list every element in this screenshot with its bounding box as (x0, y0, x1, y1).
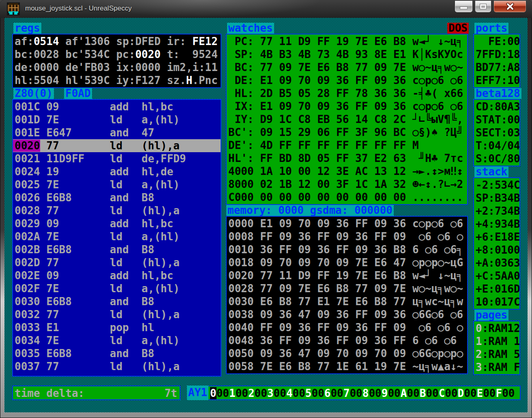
ay-register-value[interactable]: 00 (236, 387, 248, 399)
ay-register-index[interactable]: B (420, 387, 426, 399)
hex-row[interactable]: 0038 09 36 47 09 36 FF 09 36 ○6G○6 ○6 (227, 308, 467, 321)
ay-register-index[interactable]: 3 (267, 387, 274, 399)
maximize-button[interactable] (475, 1, 491, 13)
hex-row[interactable]: 7FFD:18 (474, 48, 519, 61)
hex-row[interactable]: +6:E18E (474, 231, 519, 243)
ay-register-index[interactable]: 6 (324, 387, 331, 399)
disasm-row[interactable]: 002E 09 add hl,bc (13, 269, 221, 282)
hex-row[interactable]: +E:016D (474, 282, 519, 295)
minimize-button[interactable] (455, 1, 473, 13)
regs-row[interactable]: af:0514 af'1306 sp:DFED ir: FE12 (13, 35, 221, 48)
hex-row[interactable]: 0010 36 FF 09 36 FF 09 36 B8 6 ○6 ○6╕ (227, 243, 467, 256)
disasm-row[interactable]: 001C 09 add hl,bc (13, 100, 221, 113)
disasm-row[interactable]: 0025 7E ld a,(hl) (13, 178, 221, 191)
ay-register-value[interactable]: 00 (445, 387, 457, 399)
disasm-row[interactable]: 0032 77 ld (hl),a (13, 308, 221, 321)
hex-row[interactable]: +8:0100 (474, 243, 519, 256)
ay-register-index[interactable]: 1 (229, 387, 236, 399)
hex-row[interactable]: DE': 4D FF FF FF FF FF FF FF M (227, 139, 467, 152)
disasm-row[interactable]: 0024 19 add hl,de (13, 165, 221, 178)
hex-row[interactable]: SP:B34B (474, 192, 519, 205)
ay-register-value[interactable]: 00 (350, 387, 362, 399)
ay-register-index[interactable]: 5 (305, 387, 312, 399)
regs-panel[interactable]: af:0514 af'1306 sp:DFED ir: FE12bc:0028 … (12, 34, 221, 88)
hex-row[interactable]: HL': FF BD 8D 05 FF 37 E2 63 ╜Н♣ 7тс (227, 152, 467, 165)
hex-row[interactable]: 0058 7E E6 B8 77 1E 61 19 7E ~ц╕w▲a↓~ (227, 360, 467, 373)
hex-row[interactable]: IY: D9 1C C8 EB 56 14 C8 2C ┘∟╚ыV¶╚, (227, 113, 467, 126)
hex-row[interactable]: 0008 FF 09 36 FF 09 36 FF 09 ○6 ○6 ○ (227, 230, 467, 243)
hex-row[interactable]: 0050 09 36 47 09 70 09 70 09 ○6G○p○p○ (227, 347, 467, 360)
disasm-row[interactable]: 0026 E6B8 and B8 (13, 191, 221, 204)
ay-register-index[interactable]: 0 (210, 387, 217, 399)
disasm-row[interactable]: 002F 7E ld a,(hl) (13, 282, 221, 295)
close-button[interactable] (493, 1, 526, 13)
hex-row[interactable]: S:0C/80 (474, 152, 519, 165)
regs-row[interactable]: de:0000 de'FB03 ix:0000 im2,i:11 (13, 61, 221, 74)
ay-register-value[interactable]: 00 (274, 387, 286, 399)
disasm-row[interactable]: 0029 09 add hl,bc (13, 217, 221, 230)
page-row[interactable]: 1:RAM 1 (474, 335, 519, 348)
hex-row[interactable]: EFF7:10 (474, 74, 519, 87)
ay-register-index[interactable]: D (458, 387, 464, 399)
ay-register-value[interactable]: 00 (464, 387, 476, 399)
hex-row[interactable]: 0000 E1 09 70 09 36 FF 09 36 с○p○6 ○6 (227, 217, 467, 230)
hex-row[interactable]: CD:80A3 (474, 100, 519, 113)
disasm-row[interactable]: 0034 7E ld a,(hl) (13, 334, 221, 347)
hex-row[interactable]: PC: 77 11 D9 FF 19 7E E6 B8 w◄┘ ↓~ц╕ (227, 35, 467, 48)
hex-row[interactable]: SP: 4B B3 4B 73 4B 93 8E E1 K│KsКУОс (227, 48, 467, 61)
ay-register-index[interactable]: 7 (343, 387, 350, 399)
ay-register-index[interactable]: A (401, 387, 407, 399)
disasm-row[interactable]: 0021 11D9FF ld de,FFD9 (13, 152, 221, 165)
hex-row[interactable]: 8000 02 1B 12 00 3F 1C 1A 32 ☻←↕.?∟→2 (227, 178, 467, 191)
titlebar[interactable]: mouse_joystick.scl - UnrealSpeccy (0, 0, 532, 18)
ay-register-index[interactable]: 8 (363, 387, 369, 399)
disasm-row[interactable]: 0037 77 ld (hl),a (13, 360, 221, 373)
disasm-row[interactable]: 002A 7E ld a,(hl) (13, 230, 221, 243)
disasm-row[interactable]: 0020 77 ld (hl),a (13, 139, 221, 152)
hex-row[interactable]: T:04/04 (474, 139, 519, 152)
ay-register-value[interactable]: 00 (330, 387, 343, 399)
ay-register-value[interactable]: 00 (407, 387, 419, 399)
hex-row[interactable]: -2:534C (474, 179, 519, 192)
hex-row[interactable]: BC': 09 15 29 06 FF 3F 96 BC ○§)♠ ?Ц╝ (227, 126, 467, 139)
ay-register-index[interactable]: C (439, 387, 445, 399)
hex-row[interactable]: 0020 77 11 D9 FF 19 7E E6 B8 w◄┘ ↓~ц╕ (227, 269, 467, 282)
hex-row[interactable]: C000 00 00 00 00 00 00 00 00 ........ (227, 191, 467, 204)
regs-row[interactable]: hl:5504 hl'539C iy:F127 sz.H.Pnc (13, 74, 221, 87)
cpu-address-label[interactable]: F0AD (64, 88, 92, 99)
disasm-row[interactable]: 0035 E6B8 and B8 (13, 347, 221, 360)
hex-row[interactable]: +2:734B (474, 205, 519, 218)
hex-row[interactable]: +4:934B (474, 218, 519, 231)
ay-register-value[interactable]: 00 (312, 387, 324, 399)
stack-panel[interactable]: -2:534CSP:B34B+2:734B+4:934B+6:E18E+8:01… (473, 177, 520, 310)
ay-register-index[interactable]: 2 (248, 387, 255, 399)
disasm-row[interactable]: 0033 E1 pop hl (13, 321, 221, 334)
ports-panel[interactable]: FE:007FFD:18BD77:A8EFF7:10 (473, 34, 520, 88)
disasm-row[interactable]: 0028 77 ld (hl),a (13, 204, 221, 217)
hex-row[interactable]: SECT:03 (474, 126, 519, 139)
hex-row[interactable]: DE: E1 09 70 09 36 FF 09 36 с○p○6 ○6 (227, 74, 467, 87)
ay-registers-strip[interactable]: 000100200300400500600700800900A00B00C00D… (208, 386, 521, 400)
hex-row[interactable]: STAT:00 (474, 113, 519, 126)
ay-register-value[interactable]: 00 (369, 387, 381, 399)
hex-row[interactable]: +C:5AA0 (474, 269, 519, 282)
beta128-panel[interactable]: CD:80A3STAT:00SECT:03T:04/04S:0C/80 (473, 99, 520, 166)
watches-panel[interactable]: PC: 77 11 D9 FF 19 7E E6 B8 w◄┘ ↓~ц╕ SP:… (226, 34, 468, 205)
ay-registers-row[interactable]: 000100200300400500600700800900A00B00C00D… (208, 387, 520, 400)
memory-dump-panel[interactable]: 0000 E1 09 70 09 36 FF 09 36 с○p○6 ○6000… (226, 216, 468, 374)
ay-register-value[interactable]: 00 (388, 387, 400, 399)
hex-row[interactable]: FE:00 (474, 35, 519, 48)
pages-panel[interactable]: 0:RAM121:RAM 12:RAM 53:RAM F (473, 321, 520, 375)
disasm-row[interactable]: 002D 77 ld (hl),a (13, 256, 221, 269)
ay-register-index[interactable]: F (496, 387, 502, 399)
hex-row[interactable]: BD77:A8 (474, 61, 519, 74)
hex-row[interactable]: 0018 09 70 09 70 09 7E E6 47 ○p○p○~цG (227, 256, 467, 269)
hex-row[interactable]: 0040 FF 09 36 FF 09 36 FF 09 ○6 ○6 ○ (227, 321, 467, 334)
hex-row[interactable]: 4000 1A 10 00 12 3E AC 13 12 →►.↕>м‼↕ (227, 165, 467, 178)
hex-row[interactable]: 10:017C (474, 295, 519, 308)
disasm-row[interactable]: 001E E647 and 47 (13, 126, 221, 139)
hex-row[interactable]: 0028 77 09 7E E6 B8 77 09 7E w○~ц╕w○~ (227, 282, 467, 295)
memory-status-label[interactable]: memory: 0000 gsdma: 000000 (226, 205, 394, 216)
ay-chip-label[interactable]: AY1 (187, 386, 208, 400)
ay-register-value[interactable]: 00 (483, 387, 496, 399)
